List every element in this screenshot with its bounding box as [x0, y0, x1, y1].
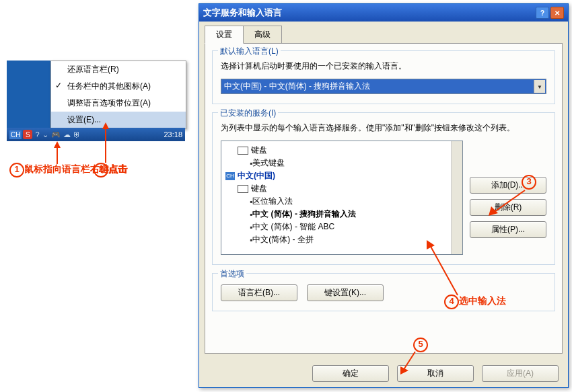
menu-other-icons[interactable]: 任务栏中的其他图标(A): [51, 78, 186, 95]
language-bar-button[interactable]: 语言栏(B)...: [221, 284, 297, 301]
installed-services-group: 已安装的服务(I) 为列表中显示的每个输入语言选择服务。使用"添加"和"删除"按…: [212, 112, 555, 265]
scrollbar[interactable]: [451, 141, 462, 254]
tab-advanced[interactable]: 高级: [243, 26, 282, 44]
close-button[interactable]: ✕: [550, 7, 564, 19]
tab-content: 默认输入语言(L) 选择计算机启动时要使用的一个已安装的输入语言。 中文(中国)…: [205, 43, 563, 354]
preferences-legend: 首选项: [218, 268, 246, 280]
default-language-legend: 默认输入语言(L): [218, 46, 281, 57]
language-bar-context-menu: 还原语言栏(R) 任务栏中的其他图标(A) 调整语言选项带位置(A) 设置(E)…: [50, 61, 186, 129]
list-item[interactable]: 中文(简体) - 全拼: [225, 233, 458, 246]
services-listbox[interactable]: 键盘 美式键盘 CH中文(中国) 键盘 区位输入法 中文 (简体) - 搜狗拼音…: [221, 141, 463, 255]
key-settings-button[interactable]: 键设置(K)...: [307, 284, 384, 301]
list-item[interactable]: 中文 (简体) - 智能 ABC: [225, 221, 458, 233]
tray-shield-icon: ⛨: [73, 130, 81, 139]
tray-network-icon: 🎮: [51, 130, 61, 139]
dialog-titlebar: 文字服务和输入语言 ? ✕: [199, 4, 568, 22]
properties-button[interactable]: 属性(P)...: [470, 221, 546, 238]
default-language-dropdown[interactable]: 中文(中国) - 中文(简体) - 搜狗拼音输入法 ▼: [221, 79, 546, 94]
installed-services-legend: 已安装的服务(I): [218, 108, 278, 119]
menu-settings[interactable]: 设置(E)...: [51, 112, 186, 128]
help-button[interactable]: ?: [536, 7, 549, 19]
annotation-5: 5: [413, 338, 428, 352]
default-language-text: 选择计算机启动时要使用的一个已安装的输入语言。: [221, 61, 546, 72]
remove-button[interactable]: 删除(R): [470, 199, 546, 216]
taskbar-clock: 23:18: [164, 130, 182, 139]
text-services-dialog: 文字服务和输入语言 ? ✕ 设置 高级 默认输入语言(L) 选择计算机启动时要使…: [199, 3, 569, 388]
list-item[interactable]: 美式键盘: [225, 157, 458, 169]
list-item: 键盘: [225, 144, 458, 157]
tray-help-icon[interactable]: ?: [35, 130, 39, 139]
list-item: CH中文(中国): [225, 169, 458, 182]
menu-adjust-position[interactable]: 调整语言选项带位置(A): [51, 95, 186, 112]
ch-locale-icon: CH: [225, 172, 235, 180]
tab-settings[interactable]: 设置: [205, 26, 244, 44]
menu-restore-lang-bar[interactable]: 还原语言栏(R): [51, 61, 186, 78]
apply-button[interactable]: 应用(A): [482, 365, 559, 382]
ime-indicator-ch[interactable]: CH: [9, 130, 22, 139]
list-item[interactable]: 区位输入法: [225, 195, 458, 208]
tray-options-icon[interactable]: ⌄: [42, 130, 48, 139]
list-item-selected[interactable]: 中文 (简体) - 搜狗拼音输入法: [225, 208, 458, 221]
annotation-4: 4选中输入法: [444, 295, 506, 309]
cancel-button[interactable]: 取消: [397, 365, 474, 382]
tray-cloud-icon: ☁: [63, 130, 71, 139]
arrow-1: [52, 141, 62, 164]
chevron-down-icon: ▼: [537, 83, 542, 89]
dropdown-value: 中文(中国) - 中文(简体) - 搜狗拼音输入法: [224, 81, 370, 91]
dialog-tabs: 设置 高级: [199, 22, 568, 44]
dialog-title: 文字服务和输入语言: [203, 7, 282, 19]
keyboard-icon: [238, 147, 248, 155]
installed-services-text: 为列表中显示的每个输入语言选择服务。使用"添加"和"删除"按钮来修改这个列表。: [221, 122, 546, 134]
annotation-2: 2点击: [94, 163, 127, 178]
keyboard-icon: [238, 185, 248, 193]
taskbar-language-area: CH S ? ⌄ 🎮 ☁ ⛨ 23:18: [7, 128, 185, 141]
ok-button[interactable]: 确定: [312, 365, 389, 382]
dialog-footer: 确定 取消 应用(A): [199, 360, 568, 387]
default-language-group: 默认输入语言(L) 选择计算机启动时要使用的一个已安装的输入语言。 中文(中国)…: [212, 50, 555, 104]
list-item: 键盘: [225, 182, 458, 195]
svg-marker-1: [54, 141, 61, 148]
annotation-3: 3: [522, 175, 536, 190]
sogou-ime-icon[interactable]: S: [23, 130, 32, 139]
